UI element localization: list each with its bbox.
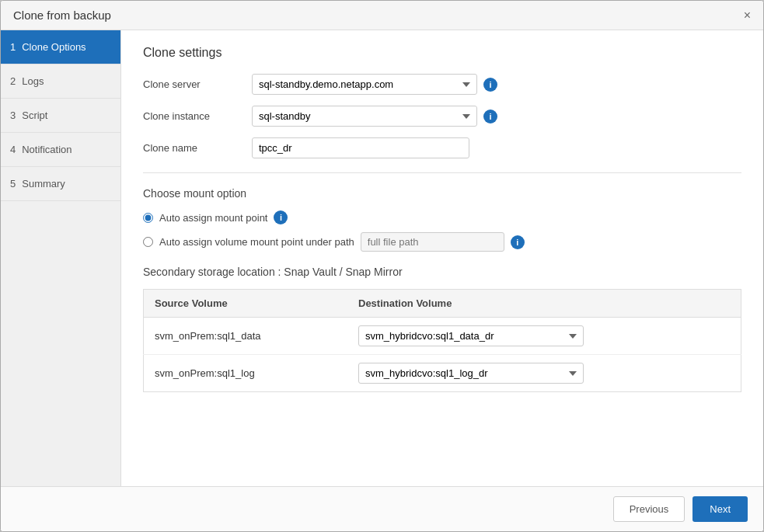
main-content: Clone settings Clone server sql-standby.… [121,30,763,486]
clone-name-label: Clone name [143,142,252,154]
clone-server-select[interactable]: sql-standby.demo.netapp.com [252,74,477,95]
auto-assign-mount-info-icon[interactable]: i [274,210,288,224]
source-volume-cell: svm_onPrem:sql1_data [144,318,348,355]
dialog-body: 1 Clone Options 2 Logs 3 Script 4 Notifi… [1,30,763,486]
next-button[interactable]: Next [692,496,748,522]
close-button[interactable]: × [744,9,751,22]
step-label-1: Clone Options [22,41,85,53]
clone-server-info-icon[interactable]: i [483,78,497,92]
sidebar-item-summary[interactable]: 5 Summary [1,167,120,201]
destination-volume-header: Destination Volume [347,290,741,318]
step-label-4: Notification [22,144,72,155]
clone-instance-info-icon[interactable]: i [483,110,497,123]
storage-table: Source Volume Destination Volume svm_onP… [143,289,741,392]
dialog-footer: Previous Next [1,486,763,531]
auto-volume-mount-radio[interactable] [143,237,153,247]
auto-volume-mount-label[interactable]: Auto assign volume mount point under pat… [159,236,354,248]
auto-assign-mount-label[interactable]: Auto assign mount point [159,212,267,224]
clone-server-label: Clone server [143,78,252,90]
clone-server-row: Clone server sql-standby.demo.netapp.com… [143,74,741,95]
auto-assign-mount-row: Auto assign mount point i [143,210,741,224]
step-number-2: 2 [10,75,16,87]
previous-button[interactable]: Previous [613,496,686,522]
clone-instance-control: sql-standby i [252,106,497,127]
step-number-4: 4 [10,144,16,155]
sidebar-item-clone-options[interactable]: 1 Clone Options [1,30,120,64]
clone-server-control: sql-standby.demo.netapp.com i [252,74,497,95]
step-label-3: Script [22,110,47,121]
divider-1 [143,172,741,173]
clone-name-input[interactable] [252,137,469,158]
sidebar-item-notification[interactable]: 4 Notification [1,133,120,167]
auto-volume-mount-row: Auto assign volume mount point under pat… [143,232,741,252]
sidebar: 1 Clone Options 2 Logs 3 Script 4 Notifi… [1,30,121,486]
clone-settings-title: Clone settings [143,46,741,60]
sidebar-item-script[interactable]: 3 Script [1,99,120,133]
sidebar-item-logs[interactable]: 2 Logs [1,64,120,99]
step-number-1: 1 [10,41,16,53]
table-row: svm_onPrem:sql1_data svm_hybridcvo:sql1_… [144,318,741,355]
path-input[interactable] [361,232,504,252]
table-row: svm_onPrem:sql1_log svm_hybridcvo:sql1_l… [144,355,741,392]
step-number-3: 3 [10,110,16,121]
source-volume-header: Source Volume [144,290,348,318]
auto-assign-mount-radio[interactable] [143,213,153,223]
dialog-header: Clone from backup × [1,1,763,30]
dialog-title: Clone from backup [13,9,111,22]
clone-instance-label: Clone instance [143,110,252,122]
clone-instance-row: Clone instance sql-standby i [143,106,741,127]
storage-table-header-row: Source Volume Destination Volume [144,290,741,318]
mount-option-title: Choose mount option [143,187,741,200]
step-label-5: Summary [22,178,65,190]
step-label-2: Logs [22,75,44,87]
source-volume-cell: svm_onPrem:sql1_log [144,355,348,392]
secondary-storage-section: Secondary storage location : Snap Vault … [143,266,741,392]
step-number-5: 5 [10,178,16,190]
clone-instance-select[interactable]: sql-standby [252,106,477,127]
clone-from-backup-dialog: Clone from backup × 1 Clone Options 2 Lo… [0,0,764,532]
destination-volume-cell: svm_hybridcvo:sql1_data_dr [347,318,741,355]
path-info-icon[interactable]: i [511,235,525,249]
destination-volume-cell: svm_hybridcvo:sql1_log_dr [347,355,741,392]
clone-name-row: Clone name [143,137,741,158]
clone-name-control [252,137,469,158]
destination-select-0[interactable]: svm_hybridcvo:sql1_data_dr [358,325,584,346]
destination-select-1[interactable]: svm_hybridcvo:sql1_log_dr [358,363,584,384]
secondary-storage-title: Secondary storage location : Snap Vault … [143,266,741,278]
